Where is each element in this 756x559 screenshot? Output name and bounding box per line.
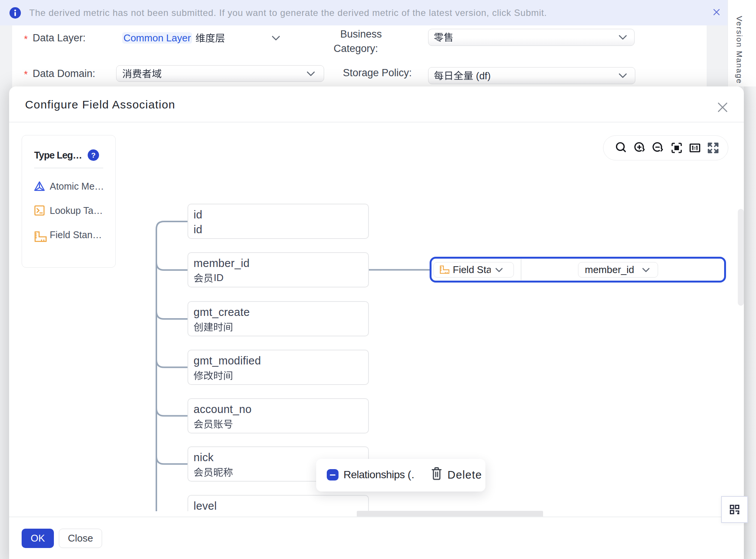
svg-text:?: ? (91, 151, 96, 159)
